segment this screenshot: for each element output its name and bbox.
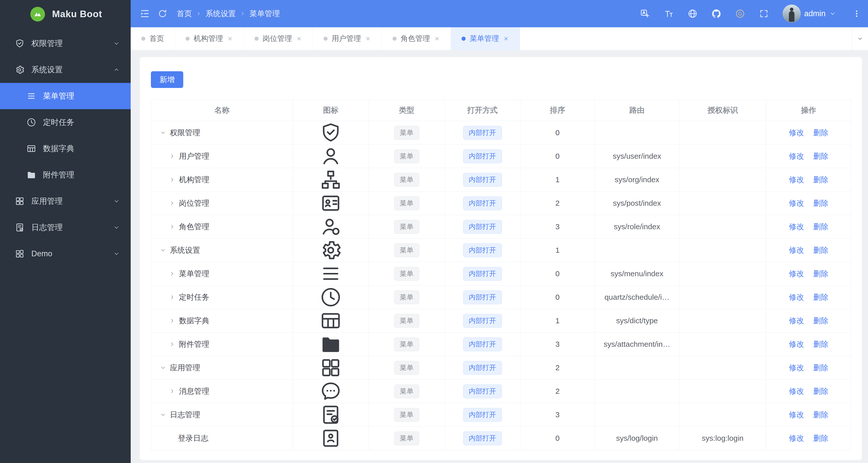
type-badge: 菜单 [394, 267, 419, 281]
menu-name: 岗位管理 [179, 198, 209, 209]
sidebar-item-label: Demo [31, 249, 113, 258]
row-expand-right-icon[interactable] [169, 317, 176, 324]
delete-link[interactable]: 删除 [813, 293, 828, 301]
tab[interactable]: 菜单管理 [451, 27, 520, 50]
row-expand-right-icon[interactable] [169, 294, 176, 301]
row-expand-down-icon[interactable] [160, 365, 166, 371]
close-icon[interactable] [434, 36, 440, 42]
edit-link[interactable]: 修改 [789, 340, 804, 348]
breadcrumb-item[interactable]: 首页 [177, 9, 192, 19]
tab-dot-icon [254, 37, 258, 41]
sidebar-item[interactable]: 系统设置 [0, 57, 131, 83]
edit-link[interactable]: 修改 [789, 199, 804, 207]
open-mode-badge: 内部打开 [463, 173, 502, 187]
close-icon[interactable] [296, 36, 302, 42]
delete-link[interactable]: 删除 [813, 410, 828, 419]
tab[interactable]: 岗位管理 [244, 27, 313, 50]
kebab-menu-icon[interactable] [852, 9, 861, 18]
row-expand-right-icon[interactable] [169, 270, 176, 277]
row-expand-right-icon[interactable] [169, 388, 176, 395]
delete-link[interactable]: 删除 [813, 387, 828, 395]
edit-link[interactable]: 修改 [789, 152, 804, 160]
tabs-dropdown-button[interactable] [852, 27, 868, 50]
font-size-icon[interactable] [664, 9, 674, 19]
open-mode-badge: 内部打开 [463, 314, 502, 328]
sidebar-item-label: 应用管理 [31, 196, 113, 207]
close-icon[interactable] [365, 36, 371, 42]
edit-link[interactable]: 修改 [789, 222, 804, 231]
delete-link[interactable]: 删除 [813, 434, 828, 442]
close-icon[interactable] [227, 36, 233, 42]
sidebar-item[interactable]: 数据字典 [0, 135, 131, 162]
edit-link[interactable]: 修改 [789, 175, 804, 184]
fullscreen-icon[interactable] [759, 9, 769, 19]
breadcrumb-item[interactable]: 菜单管理 [249, 9, 280, 19]
sidebar-item[interactable]: Demo [0, 241, 131, 267]
delete-link[interactable]: 删除 [813, 363, 828, 372]
row-expand-right-icon[interactable] [169, 223, 176, 230]
delete-link[interactable]: 删除 [813, 152, 828, 160]
table-row: 系统设置 菜单 内部打开 1 修改 删除 [151, 239, 851, 262]
close-icon[interactable] [503, 36, 509, 42]
demo-icon [15, 249, 25, 259]
edit-link[interactable]: 修改 [789, 293, 804, 301]
row-expand-down-icon[interactable] [160, 129, 166, 136]
delete-link[interactable]: 删除 [813, 316, 828, 325]
sidebar-item[interactable]: 应用管理 [0, 188, 131, 214]
perm-cell [679, 333, 766, 356]
column-header: 打开方式 [445, 100, 521, 121]
clock-icon [26, 117, 36, 127]
main-column: 首页系统设置菜单管理 G admin 首页 机构管理 岗位管理 用户管理 [131, 0, 868, 463]
tab[interactable]: 用户管理 [313, 27, 382, 50]
delete-link[interactable]: 删除 [813, 246, 828, 254]
edit-link[interactable]: 修改 [789, 410, 804, 419]
type-cell: 菜单 [369, 333, 445, 356]
row-expand-right-icon[interactable] [169, 200, 176, 207]
gitee-icon[interactable]: G [735, 9, 745, 19]
row-expand-down-icon[interactable] [160, 411, 166, 418]
row-expand-right-icon[interactable] [169, 177, 176, 183]
delete-link[interactable]: 删除 [813, 270, 828, 278]
edit-link[interactable]: 修改 [789, 434, 804, 442]
edit-link[interactable]: 修改 [789, 270, 804, 278]
sidebar-item[interactable]: 定时任务 [0, 109, 131, 135]
icon-cell [293, 403, 369, 427]
sidebar-item[interactable]: 菜单管理 [0, 83, 131, 109]
user-icon [293, 145, 369, 168]
edit-link[interactable]: 修改 [789, 316, 804, 325]
menu-management-card: 新增 名称图标类型打开方式排序路由授权标识操作 权限管理 菜单 内部打开 0 修… [140, 57, 862, 460]
github-icon[interactable] [711, 9, 721, 19]
tab[interactable]: 首页 [131, 27, 175, 50]
tab[interactable]: 机构管理 [175, 27, 244, 50]
user-menu[interactable]: admin [782, 5, 836, 23]
icon-cell [293, 309, 369, 333]
translate-icon[interactable] [640, 9, 650, 19]
open-mode-badge: 内部打开 [463, 337, 502, 351]
route-cell [595, 239, 679, 262]
tab[interactable]: 角色管理 [382, 27, 451, 50]
row-expand-right-icon[interactable] [169, 153, 176, 159]
sidebar-item[interactable]: 附件管理 [0, 162, 131, 188]
avatar[interactable] [782, 5, 801, 23]
sidebar-item[interactable]: 日志管理 [0, 214, 131, 241]
sidebar-item[interactable]: 权限管理 [0, 30, 131, 57]
collapse-sidebar-icon[interactable] [139, 8, 150, 19]
delete-link[interactable]: 删除 [813, 222, 828, 231]
row-expand-right-icon[interactable] [169, 341, 176, 347]
delete-link[interactable]: 删除 [813, 340, 828, 348]
edit-link[interactable]: 修改 [789, 387, 804, 395]
edit-link[interactable]: 修改 [789, 363, 804, 372]
delete-link[interactable]: 删除 [813, 128, 828, 137]
globe-icon[interactable] [687, 9, 698, 19]
menu-name: 角色管理 [179, 222, 209, 232]
delete-link[interactable]: 删除 [813, 199, 828, 207]
type-cell: 菜单 [369, 379, 445, 403]
row-expand-down-icon[interactable] [160, 247, 166, 253]
breadcrumb-item[interactable]: 系统设置 [206, 9, 236, 19]
refresh-icon[interactable] [157, 9, 167, 19]
add-button[interactable]: 新增 [151, 71, 183, 88]
edit-link[interactable]: 修改 [789, 246, 804, 254]
edit-link[interactable]: 修改 [789, 128, 804, 137]
tab-label: 菜单管理 [470, 34, 499, 44]
delete-link[interactable]: 删除 [813, 175, 828, 184]
